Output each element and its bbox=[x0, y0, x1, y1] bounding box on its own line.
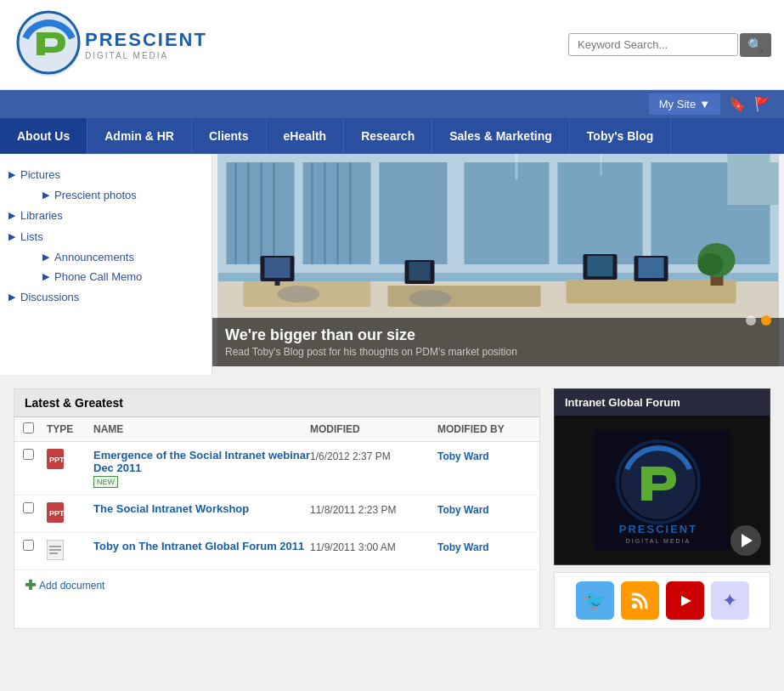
nav-item-about-us[interactable]: About Us bbox=[0, 118, 87, 154]
table-row: Toby on The Intranet Global Forum 2011 1… bbox=[14, 533, 539, 570]
row2-name: The Social Intranet Workshop bbox=[93, 502, 310, 515]
right-panel: Intranet Global Forum PRESCIENT bbox=[554, 388, 770, 629]
header: PRESCIENT DIGITAL MEDIA 🔍 bbox=[0, 0, 784, 90]
youtube-button[interactable] bbox=[666, 581, 704, 620]
svg-point-34 bbox=[409, 290, 452, 307]
row2-checkbox[interactable] bbox=[23, 502, 34, 513]
svg-text:PPT: PPT bbox=[49, 456, 64, 464]
svg-rect-38 bbox=[516, 154, 518, 179]
svg-rect-19 bbox=[770, 154, 779, 162]
svg-rect-12 bbox=[337, 162, 339, 264]
sidebar-item-libraries[interactable]: ▶ Libraries bbox=[8, 205, 203, 226]
twitter-button[interactable]: 🐦 bbox=[576, 581, 614, 620]
chevron-right-icon-lists: ▶ bbox=[8, 231, 15, 242]
svg-rect-39 bbox=[601, 154, 602, 175]
add-icon: ✚ bbox=[25, 577, 36, 593]
logo-company: PRESCIENT bbox=[85, 29, 207, 51]
collab-icon: ✦ bbox=[722, 590, 737, 612]
mysite-button[interactable]: My Site ▼ bbox=[649, 93, 720, 115]
sidebar-item-pictures[interactable]: ▶ Pictures bbox=[8, 164, 203, 185]
nav-item-sales-marketing[interactable]: Sales & Marketing bbox=[432, 118, 570, 154]
rss-button[interactable] bbox=[621, 581, 659, 620]
svg-rect-15 bbox=[465, 162, 550, 264]
sidebar-item-prescient-photos[interactable]: ▶ Prescient photos bbox=[25, 185, 203, 205]
row2-modified-by: Toby Ward bbox=[437, 502, 531, 516]
sidebar-item-lists[interactable]: ▶ Lists bbox=[8, 226, 203, 247]
row3-type-icon bbox=[47, 540, 93, 563]
row1-modified-by: Toby Ward bbox=[437, 449, 531, 462]
table-row: PPT Emergence of the Social Intranet web… bbox=[14, 442, 539, 496]
youtube-icon bbox=[673, 592, 697, 609]
hero-title: We're bigger than our size bbox=[225, 326, 771, 344]
row1-author-link[interactable]: Toby Ward bbox=[437, 450, 489, 462]
ppt-icon-1: PPT bbox=[47, 449, 64, 469]
svg-text:PRESCIENT: PRESCIENT bbox=[618, 523, 697, 535]
row1-name: Emergence of the Social Intranet webinar… bbox=[93, 449, 310, 488]
content-area: ▶ Pictures ▶ Prescient photos ▶ Librarie… bbox=[0, 154, 784, 375]
row1-checkbox[interactable] bbox=[23, 449, 34, 460]
chevron-right-icon: ▶ bbox=[8, 169, 15, 180]
svg-text:PPT: PPT bbox=[49, 509, 64, 518]
search-input[interactable] bbox=[568, 33, 738, 56]
row2-check bbox=[23, 502, 47, 516]
svg-rect-28 bbox=[409, 262, 431, 280]
logo-sub: DIGITAL MEDIA bbox=[85, 51, 168, 60]
row2-file-link[interactable]: The Social Intranet Workshop bbox=[93, 502, 310, 515]
chevron-right-icon-phone: ▶ bbox=[42, 271, 49, 282]
svg-rect-13 bbox=[350, 162, 352, 264]
hero-dot-2[interactable] bbox=[761, 315, 771, 326]
forum-header: Intranet Global Forum bbox=[555, 389, 770, 416]
logo-icon bbox=[13, 8, 85, 81]
collab-button[interactable]: ✦ bbox=[711, 581, 749, 620]
svg-point-33 bbox=[278, 286, 320, 303]
nav-item-ehealth[interactable]: eHealth bbox=[267, 118, 345, 154]
nav-item-research[interactable]: Research bbox=[344, 118, 432, 154]
table-header-row: TYPE NAME MODIFIED MODIFIED BY bbox=[14, 417, 539, 442]
bookmark-icon[interactable]: 🔖 bbox=[729, 96, 746, 112]
sidebar-item-discussions[interactable]: ▶ Discussions bbox=[8, 286, 203, 308]
svg-rect-6 bbox=[248, 162, 250, 264]
twitter-icon: 🐦 bbox=[584, 590, 606, 612]
add-document-link[interactable]: ✚ Add document bbox=[25, 577, 529, 593]
row1-type-icon: PPT bbox=[47, 449, 93, 472]
row3-author-link[interactable]: Toby Ward bbox=[437, 541, 489, 553]
nav-item-clients[interactable]: Clients bbox=[192, 118, 267, 154]
flag-icon[interactable]: 🚩 bbox=[754, 96, 771, 112]
ppt-icon-2: PPT bbox=[47, 502, 64, 523]
nav-item-admin-hr[interactable]: Admin & HR bbox=[87, 118, 192, 154]
latest-greatest-panel: Latest & Greatest TYPE NAME MODIFIED MOD… bbox=[14, 388, 540, 629]
svg-point-53 bbox=[632, 603, 637, 609]
sidebar-item-phone-call-memo[interactable]: ▶ Phone Call Memo bbox=[25, 267, 203, 286]
play-button[interactable] bbox=[730, 525, 761, 556]
row3-check bbox=[23, 540, 47, 553]
row3-file-link[interactable]: Toby on The Intranet Global Forum 2011 bbox=[93, 540, 310, 552]
chevron-right-icon-photos: ▶ bbox=[42, 190, 49, 201]
forum-video-content: PRESCIENT DIGITAL MEDIA bbox=[595, 431, 730, 550]
th-check bbox=[23, 422, 47, 436]
row2-modified: 11/8/2011 2:23 PM bbox=[310, 502, 437, 516]
svg-point-37 bbox=[698, 253, 724, 275]
hero-dot-1[interactable] bbox=[746, 315, 756, 326]
svg-rect-10 bbox=[312, 162, 313, 264]
search-button[interactable]: 🔍 bbox=[740, 33, 771, 57]
svg-rect-14 bbox=[380, 162, 448, 264]
row2-author-link[interactable]: Toby Ward bbox=[437, 504, 489, 516]
forum-video: PRESCIENT DIGITAL MEDIA bbox=[555, 416, 770, 564]
play-triangle-icon bbox=[742, 534, 753, 547]
sidebar: ▶ Pictures ▶ Prescient photos ▶ Librarie… bbox=[0, 154, 212, 375]
rss-icon bbox=[629, 591, 650, 611]
hero-text-overlay: We're bigger than our size Read Toby's B… bbox=[212, 318, 784, 366]
row3-checkbox[interactable] bbox=[23, 540, 34, 551]
row1-file-link[interactable]: Emergence of the Social Intranet webinar… bbox=[93, 449, 310, 474]
nav-item-tobys-blog[interactable]: Toby's Blog bbox=[570, 118, 672, 154]
select-all-checkbox[interactable] bbox=[23, 422, 34, 433]
latest-section-header: Latest & Greatest bbox=[14, 389, 539, 417]
below-hero: Latest & Greatest TYPE NAME MODIFIED MOD… bbox=[0, 375, 784, 643]
svg-rect-7 bbox=[261, 162, 262, 264]
svg-rect-11 bbox=[324, 162, 326, 264]
add-document-area: ✚ Add document bbox=[14, 570, 539, 600]
sidebar-item-announcements[interactable]: ▶ Announcements bbox=[25, 247, 203, 267]
svg-rect-16 bbox=[558, 162, 643, 264]
table-row: PPT The Social Intranet Workshop 11/8/20… bbox=[14, 496, 539, 533]
svg-rect-32 bbox=[639, 258, 664, 278]
